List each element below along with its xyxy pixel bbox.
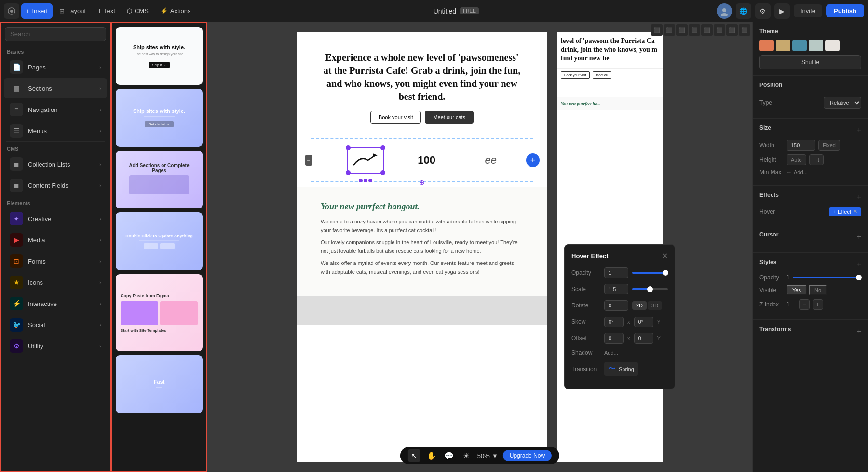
sidebar-item-collection-lists[interactable]: ≣ Collection Lists › (4, 154, 107, 174)
theme-color-1[interactable] (760, 40, 774, 51)
right-panel: Theme Shuffle Position Type Relative (752, 22, 868, 472)
spring-btn[interactable]: 〜 Spring (604, 362, 638, 376)
invite-button[interactable]: Invite (794, 4, 822, 17)
transforms-add-btn[interactable]: + (857, 327, 861, 336)
handle-bl (346, 170, 351, 175)
cursor-add-btn[interactable]: + (857, 233, 861, 241)
offset-label: Offset (571, 335, 600, 342)
align-center-btn[interactable]: ⬛ (664, 24, 675, 36)
comment-tool-btn[interactable]: 💬 (443, 449, 455, 462)
content-chevron: › (99, 182, 101, 188)
layout-icon: ⊞ (59, 7, 65, 14)
zindex-increment-btn[interactable]: + (813, 299, 823, 310)
sidebar-item-icons[interactable]: ★ Icons › (4, 272, 107, 292)
opacity-slider[interactable] (632, 272, 668, 274)
offset-y-input[interactable] (634, 333, 653, 344)
sidebar-item-sections[interactable]: ▦ Sections › (4, 78, 107, 98)
pan-tool-btn[interactable]: ✋ (425, 449, 438, 462)
template-thumb-1[interactable]: Ship sites with style. The best way to d… (116, 27, 203, 85)
visible-yes-btn[interactable]: Yes (787, 285, 807, 295)
sidebar-item-creative[interactable]: ✦ Creative › (4, 208, 107, 229)
sidebar-item-interactive[interactable]: ⚡ Interactive › (4, 293, 107, 314)
position-type-select[interactable]: Relative (824, 97, 861, 109)
theme-color-3[interactable] (792, 40, 807, 51)
align-bottom-btn[interactable]: ⬛ (714, 24, 725, 36)
styles-add-btn[interactable]: + (857, 260, 861, 269)
theme-color-5[interactable] (825, 40, 840, 51)
rotate-input[interactable] (604, 300, 628, 311)
preview-deco-100: 100 (580, 86, 588, 94)
logo-button[interactable] (4, 3, 19, 19)
meet-cats-btn[interactable]: Meet our cats (425, 111, 474, 124)
effect-remove-btn[interactable]: ✕ (853, 208, 857, 215)
align-distribute-h-btn[interactable]: ⬛ (726, 24, 738, 36)
globe-icon[interactable]: 🌐 (736, 3, 751, 19)
template-thumb-3[interactable]: Add Sections or Complete Pages (116, 151, 203, 208)
align-right-btn[interactable]: ⬛ (676, 24, 688, 36)
search-input[interactable] (5, 27, 106, 41)
sidebar-item-pages[interactable]: 📄 Pages › (4, 57, 107, 77)
preview-btn2[interactable]: Meet ou (593, 71, 611, 79)
align-distribute-v-btn[interactable]: ⬛ (739, 24, 750, 36)
shadow-add-link[interactable]: Add... (604, 350, 618, 356)
collection-label: Collection Lists (28, 161, 95, 168)
skew-y-input[interactable] (634, 317, 653, 327)
actions-button[interactable]: ⚡ Actions (155, 3, 196, 19)
template-thumb-5[interactable]: Copy Paste from Figma Start with Site Te… (116, 274, 203, 351)
upgrade-btn[interactable]: Upgrade Now (503, 450, 552, 461)
insert-button[interactable]: + Insert (21, 3, 53, 19)
sidebar-item-utility[interactable]: ⚙ Utility › (4, 336, 107, 356)
rotate-3d-btn[interactable]: 3D (648, 301, 662, 310)
hover-modal-close-btn[interactable]: ✕ (662, 251, 668, 261)
shuffle-btn[interactable]: Shuffle (760, 55, 861, 69)
sidebar-item-menus[interactable]: ☰ Menus › (4, 121, 107, 141)
cursor-tool-btn[interactable]: ↖ (408, 449, 420, 462)
width-input[interactable] (787, 140, 815, 151)
align-middle-btn[interactable]: ⬛ (701, 24, 713, 36)
effects-add-btn[interactable]: + (857, 193, 861, 202)
size-add-btn[interactable]: + (857, 126, 861, 135)
add-element-btn[interactable]: + (526, 153, 540, 167)
cursor-title: Cursor (760, 231, 778, 238)
brightness-tool-btn[interactable]: ☀ (460, 449, 473, 462)
sidebar-item-forms[interactable]: ⊡ Forms › (4, 251, 107, 271)
resize-handle[interactable]: ⊕ (419, 179, 425, 186)
settings-icon[interactable]: ⚙ (755, 3, 771, 19)
opacity-input[interactable] (604, 267, 628, 278)
template-thumb-6[interactable]: Fast (116, 355, 203, 413)
sidebar-item-navigation[interactable]: ≡ Navigation › (4, 99, 107, 120)
styles-opacity-slider[interactable] (793, 277, 861, 278)
text-button[interactable]: T Text (93, 3, 120, 19)
selected-deco-item[interactable] (347, 147, 384, 174)
rotate-2d-btn[interactable]: 2D (632, 301, 647, 310)
sidebar-item-social[interactable]: 🐦 Social › (4, 315, 107, 335)
row-move-handle[interactable] (305, 155, 312, 166)
sidebar-item-content-fields[interactable]: ≣ Content Fields › (4, 175, 107, 195)
media-icon: ▶ (10, 233, 23, 247)
canvas-hero-section: Experience a whole new level of 'pawsome… (297, 32, 547, 133)
offset-x-input[interactable] (604, 333, 624, 344)
book-visit-btn[interactable]: Book your visit (370, 111, 421, 124)
hangout-p2: Our lovely companions snuggle in the hea… (321, 238, 523, 255)
template-thumb-4[interactable]: Double Click to Update Anything (116, 212, 203, 270)
effect-chip[interactable]: + Effect ✕ (829, 207, 861, 216)
sidebar-item-media[interactable]: ▶ Media › (4, 230, 107, 250)
scale-input[interactable] (604, 284, 628, 294)
zoom-control[interactable]: 50% ▼ (477, 452, 498, 459)
play-icon[interactable]: ▶ (774, 3, 790, 19)
avatar-icon[interactable] (717, 3, 732, 19)
publish-button[interactable]: Publish (826, 4, 864, 17)
skew-x-input[interactable] (604, 317, 624, 327)
align-left-btn[interactable]: ⬛ (651, 24, 663, 36)
preview-btn1[interactable]: Book your visit (561, 71, 590, 79)
align-top-btn[interactable]: ⬛ (689, 24, 700, 36)
sections-icon: ▦ (10, 82, 23, 95)
visible-no-btn[interactable]: No (809, 285, 827, 295)
theme-color-4[interactable] (809, 40, 823, 51)
zindex-decrement-btn[interactable]: − (799, 299, 810, 310)
layout-button[interactable]: ⊞ Layout (54, 3, 91, 19)
theme-color-2[interactable] (776, 40, 790, 51)
cms-button[interactable]: ⬡ CMS (122, 3, 153, 19)
scale-slider[interactable] (632, 288, 668, 290)
template-thumb-2[interactable]: Ship sites with style. Get started → (116, 89, 203, 147)
